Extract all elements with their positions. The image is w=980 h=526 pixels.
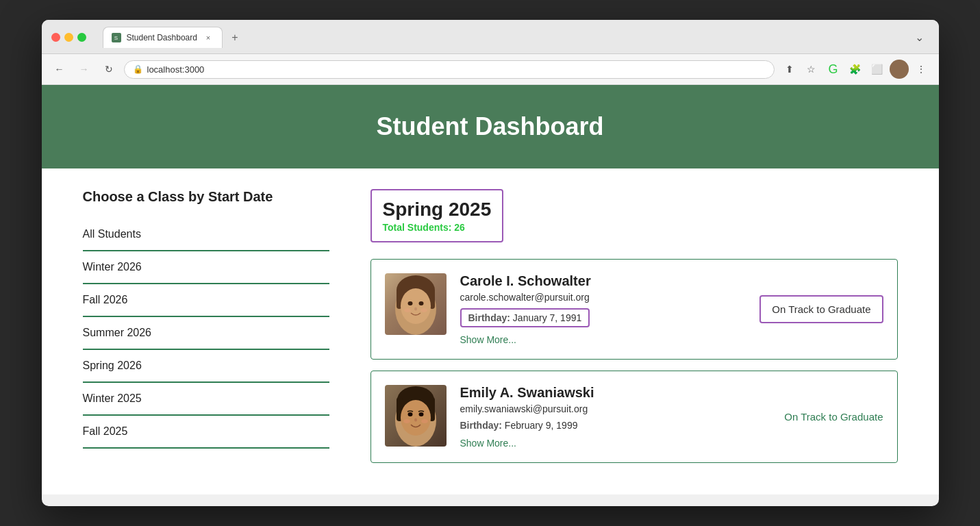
- reload-button[interactable]: ↻: [99, 60, 118, 79]
- svg-point-4: [401, 288, 431, 324]
- maximize-button[interactable]: [77, 33, 86, 42]
- show-more-link-1[interactable]: Show More...: [460, 334, 746, 345]
- student-card-1: Carole I. Schowalter carole.schowalter@p…: [370, 259, 898, 360]
- bookmark-icon[interactable]: ☆: [802, 60, 821, 79]
- toolbar-actions: ⬆ ☆ G 🧩 ⬜ ⋮: [780, 60, 931, 79]
- student-status-2: On Track to Graduate: [784, 411, 883, 423]
- student-info-2: Emily A. Swaniawski emily.swaniawski@pur…: [460, 385, 771, 449]
- browser-window: S Student Dashboard × + ⌄ ← → ↻ 🔒 localh…: [42, 20, 939, 506]
- forward-button[interactable]: →: [75, 60, 94, 79]
- upload-icon[interactable]: ⬆: [780, 60, 799, 79]
- page-header: Student Dashboard: [42, 85, 939, 168]
- tab-bar: S Student Dashboard × +: [103, 27, 243, 48]
- minimize-button[interactable]: [64, 33, 73, 42]
- main-layout: Choose a Class by Start Date All Student…: [42, 168, 939, 494]
- student-email-2: emily.swaniawski@pursuit.org: [460, 403, 771, 414]
- show-more-link-2[interactable]: Show More...: [460, 438, 771, 449]
- browser-titlebar: S Student Dashboard × + ⌄: [42, 20, 939, 54]
- svg-point-6: [418, 301, 423, 305]
- tab-favicon: S: [112, 33, 121, 42]
- tab-title: Student Dashboard: [127, 33, 197, 42]
- student-birthday-2: Birthday: February 9, 1999: [460, 420, 771, 431]
- student-birthday-1: Birthday: January 7, 1991: [460, 308, 590, 327]
- new-tab-button[interactable]: +: [227, 29, 243, 46]
- forward-icon: →: [79, 64, 89, 75]
- profile-avatar[interactable]: [890, 60, 909, 79]
- menu-icon[interactable]: ⋮: [912, 60, 931, 79]
- svg-point-5: [407, 301, 412, 305]
- traffic-lights: [51, 33, 86, 42]
- birthday-value-2: February 9, 1999: [505, 420, 578, 431]
- student-name-2: Emily A. Swaniawski: [460, 385, 771, 401]
- reload-icon: ↻: [105, 64, 113, 75]
- sidebar-item-winter-2026[interactable]: Winter 2026: [83, 251, 329, 284]
- back-icon: ←: [55, 64, 64, 75]
- close-button[interactable]: [51, 33, 60, 42]
- class-title: Spring 2025: [383, 199, 492, 221]
- status-badge-1: On Track to Graduate: [759, 295, 883, 323]
- svg-point-7: [414, 308, 417, 311]
- sidebar: Choose a Class by Start Date All Student…: [83, 189, 329, 474]
- sidebar-link-all-students[interactable]: All Students: [83, 228, 329, 240]
- back-button[interactable]: ←: [50, 60, 69, 79]
- svg-point-17: [414, 418, 417, 422]
- student-avatar-1: [385, 273, 447, 335]
- student-status-1: On Track to Graduate: [759, 295, 883, 323]
- avatar-image-1: [385, 273, 447, 335]
- sidebar-link-winter-2026[interactable]: Winter 2026: [83, 261, 329, 273]
- student-email-1: carole.schowalter@pursuit.org: [460, 292, 746, 303]
- sidebar-item-fall-2025[interactable]: Fall 2025: [83, 416, 329, 449]
- tab-close-button[interactable]: ×: [203, 32, 214, 43]
- avatar-image-2: [385, 385, 447, 447]
- sidebar-link-fall-2026[interactable]: Fall 2026: [83, 294, 329, 306]
- svg-point-14: [401, 400, 431, 436]
- sidebar-nav: All Students Winter 2026 Fall 2026 Summe…: [83, 218, 329, 449]
- sidebar-item-summer-2026[interactable]: Summer 2026: [83, 317, 329, 350]
- student-avatar-2: [385, 385, 447, 447]
- birthday-label-1: Birthday:: [468, 312, 510, 323]
- address-bar[interactable]: 🔒 localhost:3000: [124, 60, 775, 79]
- student-card-2: Emily A. Swaniawski emily.swaniawski@pur…: [370, 371, 898, 463]
- svg-point-19: [421, 419, 428, 423]
- page-title: Student Dashboard: [55, 112, 925, 141]
- browser-controls: S Student Dashboard × + ⌄: [51, 27, 929, 48]
- active-tab[interactable]: S Student Dashboard ×: [103, 27, 223, 48]
- birthday-value-1: January 7, 1991: [513, 312, 581, 323]
- google-account-icon[interactable]: G: [824, 60, 843, 79]
- extensions-icon[interactable]: 🧩: [846, 60, 865, 79]
- total-students-label: Total Students:: [383, 222, 452, 233]
- student-info-1: Carole I. Schowalter carole.schowalter@p…: [460, 273, 746, 345]
- page-content: Student Dashboard Choose a Class by Star…: [42, 85, 939, 494]
- sidebar-link-winter-2025[interactable]: Winter 2025: [83, 392, 329, 405]
- sidebar-item-spring-2026[interactable]: Spring 2026: [83, 350, 329, 383]
- svg-point-8: [404, 308, 411, 312]
- url-display: localhost:3000: [147, 64, 766, 75]
- status-text-2: On Track to Graduate: [784, 411, 883, 423]
- sidebar-item-fall-2026[interactable]: Fall 2026: [83, 284, 329, 317]
- svg-point-9: [420, 308, 427, 312]
- sidebar-heading: Choose a Class by Start Date: [83, 189, 329, 205]
- content-area: Spring 2025 Total Students: 26: [370, 189, 898, 474]
- sidebar-link-fall-2025[interactable]: Fall 2025: [83, 425, 329, 438]
- svg-point-16: [418, 412, 423, 416]
- svg-point-18: [403, 419, 410, 423]
- window-icon[interactable]: ⬜: [868, 60, 887, 79]
- student-name-1: Carole I. Schowalter: [460, 273, 746, 289]
- svg-point-15: [407, 412, 412, 416]
- class-subtitle: Total Students: 26: [383, 222, 492, 233]
- sidebar-item-all-students[interactable]: All Students: [83, 218, 329, 251]
- total-students-count: 26: [454, 222, 465, 233]
- sidebar-link-summer-2026[interactable]: Summer 2026: [83, 327, 329, 339]
- class-header: Spring 2025 Total Students: 26: [370, 189, 504, 242]
- sidebar-item-winter-2025[interactable]: Winter 2025: [83, 383, 329, 416]
- sidebar-link-spring-2026[interactable]: Spring 2026: [83, 360, 329, 372]
- birthday-label-2: Birthday:: [460, 420, 502, 431]
- browser-toolbar: ← → ↻ 🔒 localhost:3000 ⬆ ☆ G 🧩 ⬜ ⋮: [42, 54, 939, 85]
- chevron-down-icon[interactable]: ⌄: [910, 28, 929, 47]
- lock-icon: 🔒: [133, 64, 143, 74]
